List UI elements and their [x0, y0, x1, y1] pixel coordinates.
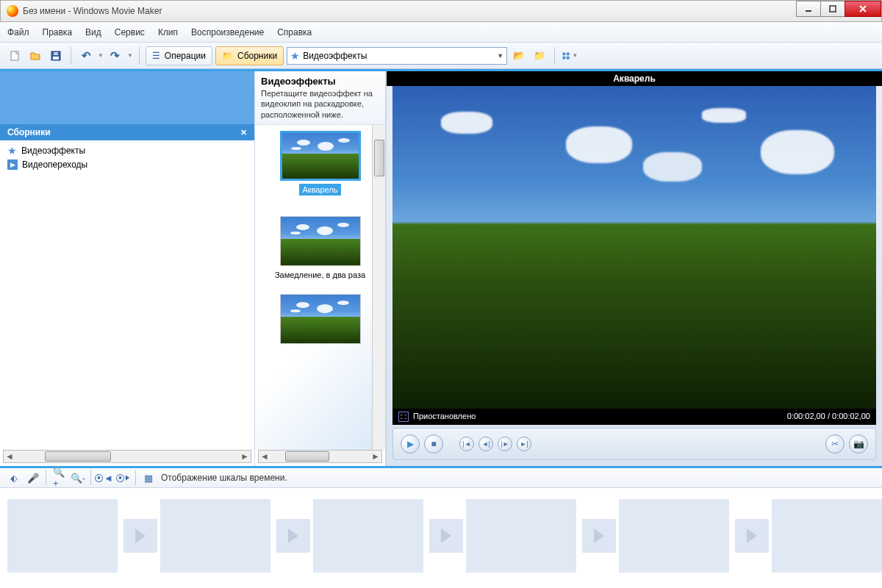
step-fwd-button[interactable]: |► [498, 437, 512, 451]
app-icon [7, 5, 18, 17]
effect-thumbnail [280, 131, 361, 181]
preview-status-bar: ⛶ Приостановлено 0:00:02,00 / 0:00:02,00 [392, 409, 876, 425]
transition-slot[interactable] [276, 519, 310, 553]
sidebar-hscroll[interactable]: ◄► [3, 450, 251, 463]
menu-playback[interactable]: Воспроизведение [191, 27, 264, 37]
effects-vscroll[interactable] [372, 125, 385, 450]
playback-controls: ▶ ■ |◄ ◄| |► ►| ✂ 📷 [392, 428, 876, 460]
svg-rect-4 [11, 51, 18, 60]
play-timeline-icon[interactable]: ⦿▶ [116, 471, 129, 484]
effect-item[interactable]: Замедление, в два раза [258, 213, 382, 284]
star-icon: ★ [290, 50, 300, 62]
effects-title: Видеоэффекты [261, 76, 379, 87]
menubar: Файл Правка Вид Сервис Клип Воспроизведе… [0, 22, 882, 43]
tree-item-transitions[interactable]: ▶ Видеопереходы [4, 158, 250, 171]
fullscreen-icon[interactable]: ⛶ [398, 412, 409, 422]
operations-button[interactable]: ☰ Операции [146, 46, 212, 65]
save-button[interactable] [47, 47, 65, 65]
svg-rect-6 [53, 57, 59, 60]
svg-rect-11 [567, 56, 570, 59]
window-titlebar: Без имени - Windows Movie Maker [0, 0, 882, 22]
storyboard-slot[interactable] [313, 499, 423, 573]
step-back-button[interactable]: ◄| [478, 437, 493, 451]
effect-item[interactable] [258, 291, 382, 357]
list-icon: ☰ [152, 51, 160, 61]
effect-thumbnail [280, 216, 361, 266]
preview-clip-title: Акварель [387, 71, 882, 86]
effects-panel: Видеоэффекты Перетащите видеоэффект на в… [255, 71, 386, 466]
snapshot-button[interactable]: 📷 [849, 434, 868, 453]
stop-button[interactable]: ■ [424, 434, 443, 453]
minimize-button[interactable] [796, 1, 821, 17]
menu-file[interactable]: Файл [7, 27, 29, 37]
undo-button[interactable]: ↶ [77, 47, 95, 65]
effect-thumbnail [280, 294, 361, 344]
svg-rect-9 [567, 52, 570, 55]
timeline-label[interactable]: Отображение шкалы времени. [161, 473, 287, 483]
menu-edit[interactable]: Правка [43, 27, 73, 37]
split-button[interactable]: ✂ [825, 434, 845, 453]
play-button[interactable]: ▶ [401, 434, 420, 453]
timeline-marker-icon[interactable]: ⬖ [7, 471, 21, 484]
playback-status: Приостановлено [413, 412, 476, 422]
star-icon: ★ [7, 145, 17, 157]
rewind-icon[interactable]: ⦿◄ [97, 471, 110, 484]
tree-item-effects[interactable]: ★ Видеоэффекты [4, 143, 250, 158]
transition-icon: ▶ [7, 159, 18, 170]
transition-slot[interactable] [582, 519, 616, 553]
time-display: 0:00:02,00 / 0:00:02,00 [787, 412, 870, 422]
storyboard-slot[interactable] [619, 499, 729, 573]
zoom-out-icon[interactable]: 🔍- [71, 471, 85, 484]
storyboard-slot[interactable] [7, 499, 118, 573]
new-button[interactable] [6, 47, 24, 65]
storyboard-slot[interactable] [160, 499, 270, 573]
storyboard-slot[interactable] [466, 499, 576, 573]
zoom-in-icon[interactable]: 🔍+ [52, 471, 65, 484]
open-button[interactable] [26, 47, 44, 65]
maximize-button[interactable] [820, 1, 845, 17]
prev-button[interactable]: |◄ [459, 437, 474, 451]
folder-icon: 📁 [222, 51, 233, 61]
toolbar: ↶ ▼ ↷ ▼ ☰ Операции 📁 Сборники ★ Видеоэфф… [0, 43, 882, 69]
narration-icon[interactable]: 🎤 [26, 471, 40, 484]
close-panel-icon[interactable]: ✕ [240, 128, 247, 137]
svg-rect-10 [563, 56, 566, 59]
storyboard [0, 488, 882, 584]
storyboard-slot[interactable] [772, 499, 882, 573]
effects-dropdown[interactable]: ★ Видеоэффекты ▼ [287, 47, 507, 65]
next-button[interactable]: ►| [517, 437, 531, 451]
menu-help[interactable]: Справка [277, 27, 312, 37]
svg-rect-8 [563, 52, 566, 55]
collections-button[interactable]: 📁 Сборники [215, 46, 284, 65]
menu-clip[interactable]: Клип [158, 27, 178, 37]
svg-rect-7 [54, 52, 58, 55]
effect-item[interactable]: Акварель [258, 128, 382, 198]
preview-pane: Акварель ⛶ Приостановлено 0:00:02,00 / 0… [386, 71, 882, 466]
effects-hint: Перетащите видеоэффект на видеоклип на р… [261, 88, 379, 120]
effects-hscroll[interactable]: ◄► [258, 450, 382, 463]
timeline-toolbar: ⬖ 🎤 🔍+ 🔍- ⦿◄ ⦿▶ ▦ Отображение шкалы врем… [0, 466, 882, 488]
transition-slot[interactable] [123, 519, 157, 553]
effects-list: Акварель Замедление, в два раза [255, 125, 385, 450]
window-title: Без имени - Windows Movie Maker [23, 6, 797, 16]
transition-slot[interactable] [429, 519, 463, 553]
preview-canvas [392, 86, 876, 409]
collections-tree: ★ Видеоэффекты ▶ Видеопереходы [0, 140, 254, 450]
menu-view[interactable]: Вид [85, 27, 101, 37]
sidebar: Сборники ✕ ★ Видеоэффекты ▶ Видеопереход… [0, 71, 255, 466]
transition-slot[interactable] [735, 519, 769, 553]
main-area: Сборники ✕ ★ Видеоэффекты ▶ Видеопереход… [0, 69, 882, 466]
up-folder-button[interactable]: 📂 [510, 47, 528, 65]
chevron-down-icon: ▼ [497, 52, 503, 60]
sidebar-header: Сборники ✕ [0, 124, 254, 140]
view-options-button[interactable]: ▼ [561, 47, 578, 65]
timeline-view-icon[interactable]: ▦ [142, 471, 155, 484]
close-button[interactable] [845, 1, 881, 17]
menu-service[interactable]: Сервис [115, 27, 145, 37]
redo-button[interactable]: ↷ [107, 47, 124, 65]
new-folder-button[interactable]: 📁 [531, 47, 548, 65]
svg-rect-1 [830, 6, 836, 12]
